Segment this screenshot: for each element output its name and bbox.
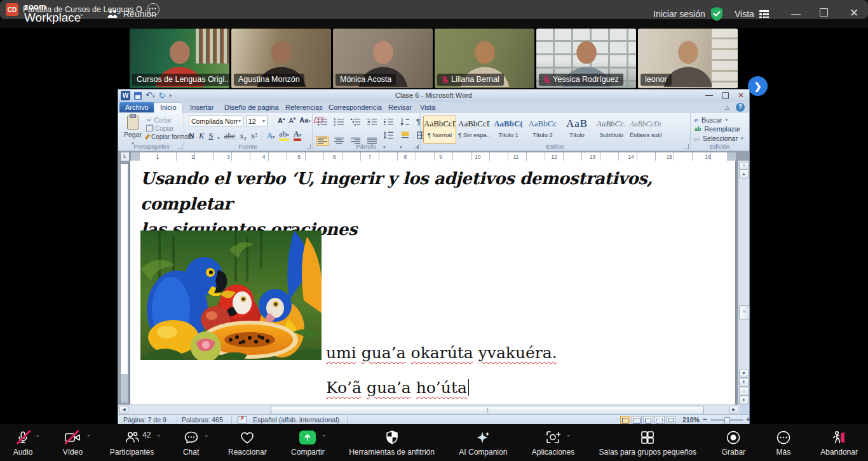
replace-button[interactable]: abReemplazar <box>695 125 740 133</box>
font-color-button[interactable]: A▾ <box>294 131 302 141</box>
zoom-out-button[interactable]: − <box>703 415 707 423</box>
scroll-left-arrow[interactable]: ◀ <box>119 406 128 413</box>
collapse-ribbon-icon[interactable]: △ <box>725 104 729 110</box>
horizontal-scrollbar[interactable]: ◀ ▶ <box>118 404 740 415</box>
grow-font-button[interactable]: A▴ <box>278 116 285 124</box>
video-button[interactable]: ⌃ Vídeo <box>60 429 85 457</box>
select-button[interactable]: ▻Seleccionar▾ <box>695 135 743 142</box>
underline-button[interactable]: S <box>208 131 213 141</box>
page-indicator[interactable]: Página: 7 de 9 <box>123 416 166 424</box>
leave-meeting-button[interactable]: Abandonar <box>820 429 858 457</box>
horizontal-scroll-thumb[interactable] <box>271 406 704 415</box>
breakout-rooms-button[interactable]: Salas para grupos pequeños <box>599 429 696 457</box>
scroll-right-arrow[interactable]: ▶ <box>729 406 738 413</box>
audio-button[interactable]: ⌃ Audio <box>10 429 36 457</box>
font-size-combobox[interactable]: 12▾ <box>246 116 268 126</box>
tab-archivo[interactable]: Archivo <box>119 102 154 112</box>
apps-options-chevron[interactable]: ⌃ <box>566 434 571 441</box>
zoom-in-button[interactable]: + <box>746 415 750 423</box>
share-screen-button[interactable]: ⌃ Compartir <box>291 429 325 457</box>
find-button[interactable]: ⌕Buscar▾ <box>695 116 728 124</box>
participants-options-chevron[interactable]: ⌃ <box>156 434 161 441</box>
tab-diseno-de-pagina[interactable]: Diseño de página <box>219 102 285 112</box>
workspace-chevron-down-icon[interactable]: ⌄ <box>79 10 85 18</box>
copy-button[interactable]: Copiar <box>146 125 173 132</box>
tab-inicio[interactable]: Inicio <box>154 102 183 113</box>
multilevel-list-button[interactable] <box>349 117 362 127</box>
strikethrough-button[interactable]: abe <box>224 131 235 141</box>
style-titulo[interactable]: AaBTítulo <box>560 116 593 144</box>
video-options-chevron[interactable]: ⌃ <box>86 434 92 441</box>
tab-vista[interactable]: Vista <box>414 102 441 112</box>
tab-insertar[interactable]: Insertar <box>184 102 219 112</box>
increase-indent-button[interactable] <box>382 117 395 127</box>
scroll-down-arrow[interactable]: ▼ <box>739 369 749 378</box>
font-name-combobox[interactable]: Compilada Norr▾ <box>189 116 243 126</box>
parrots-fruit-image[interactable] <box>140 230 322 360</box>
audio-options-chevron[interactable]: ⌃ <box>35 434 40 441</box>
more-button[interactable]: Más <box>771 429 796 457</box>
video-tile[interactable]: leonor <box>638 29 738 88</box>
select-browse-object-button[interactable]: ○ <box>739 387 749 396</box>
react-button[interactable]: Reaccionar <box>228 429 267 457</box>
tab-revisar[interactable]: Revisar <box>383 102 417 112</box>
chat-button[interactable]: ⌃ Chat <box>179 429 204 457</box>
superscript-button[interactable]: x² <box>251 131 257 141</box>
video-tile[interactable]: Mónica Acosta <box>333 29 433 88</box>
change-case-button[interactable]: Aa▾ <box>299 116 311 124</box>
italic-button[interactable]: K <box>199 131 204 141</box>
vertical-scrollbar[interactable]: ≡ ▲ ▼ ⇞ ○ ⇟ <box>738 161 749 404</box>
language-indicator[interactable]: Español (alfab. internacional) <box>253 416 339 424</box>
style-sin-espaciado[interactable]: AaBbCcDc¶ Sin espa... <box>458 116 491 144</box>
participants-button[interactable]: 42 ⌃ Participantes <box>110 429 154 457</box>
style-normal[interactable]: AaBbCcDc¶ Normal <box>423 116 456 144</box>
tab-stop-selector[interactable]: L <box>120 152 130 161</box>
record-button[interactable]: Grabar <box>721 429 746 457</box>
shrink-font-button[interactable]: A▾ <box>288 116 295 124</box>
next-participants-page-button[interactable]: ❯ <box>748 76 768 96</box>
decrease-indent-button[interactable] <box>365 117 379 127</box>
vertical-ruler[interactable] <box>120 163 128 403</box>
help-button[interactable]: ? <box>736 103 745 112</box>
styles-dialog-launcher[interactable] <box>684 144 689 149</box>
style-enfasis-sutil[interactable]: AaBbCcDcÉnfasis sutil <box>629 116 662 144</box>
apps-button[interactable]: ⌃ Aplicaciones <box>532 429 574 457</box>
word-close-button[interactable]: ✕ <box>738 91 744 100</box>
video-tile[interactable]: Liliana Bernal <box>435 29 534 88</box>
ai-companion-button[interactable]: AI Companion <box>459 429 507 457</box>
bold-button[interactable]: N <box>189 131 194 141</box>
word-count[interactable]: Palabras: 465 <box>182 416 223 424</box>
spellcheck-icon[interactable] <box>238 416 247 424</box>
subscript-button[interactable]: x₂ <box>240 131 247 141</box>
style-titulo-1[interactable]: AaBbC(Título 1 <box>492 116 525 144</box>
ruler-toggle-button[interactable]: ≡ <box>739 162 749 170</box>
cut-button[interactable]: ✂Cortar <box>146 117 172 124</box>
font-dialog-launcher[interactable] <box>306 144 311 149</box>
web-layout-view-button[interactable] <box>643 416 653 424</box>
print-layout-view-button[interactable] <box>620 416 630 424</box>
host-tools-button[interactable]: Herramientas de anfitrión <box>349 429 435 457</box>
clipboard-dialog-launcher[interactable] <box>177 144 182 149</box>
style-titulo-2[interactable]: AaBbCcTítulo 2 <box>526 116 559 144</box>
numbering-button[interactable] <box>332 117 346 127</box>
tab-referencias[interactable]: Referencias <box>280 102 329 112</box>
window-close-button[interactable]: ✕ <box>850 8 858 19</box>
zoom-slider-thumb[interactable] <box>724 417 730 425</box>
highlight-color-button[interactable]: ab▾ <box>279 131 288 141</box>
view-button[interactable]: Vista <box>735 0 769 28</box>
word-restore-button[interactable] <box>722 92 729 99</box>
tab-correspondencia[interactable]: Correspondencia <box>323 102 388 112</box>
horizontal-ruler[interactable]: 12345678910111213141516 <box>130 152 736 161</box>
video-tile[interactable]: Cursos de Lenguas Origi... <box>130 29 229 88</box>
security-shield-icon[interactable] <box>710 6 724 22</box>
next-page-button[interactable]: ⇟ <box>739 396 749 404</box>
window-restore-button[interactable] <box>820 8 828 19</box>
outline-view-button[interactable] <box>654 416 665 424</box>
paste-button[interactable]: Pegar ▾ <box>123 116 142 146</box>
window-minimize-button[interactable]: — <box>791 8 801 19</box>
bullets-button[interactable] <box>316 117 329 127</box>
word-title-bar[interactable]: W ↶▾ ↻ ▾ Clase 6 - Microsoft Word — ✕ <box>118 90 749 102</box>
fullscreen-reading-view-button[interactable] <box>632 416 642 424</box>
vertical-scroll-thumb[interactable] <box>739 305 750 319</box>
word-minimize-button[interactable]: — <box>705 91 713 100</box>
